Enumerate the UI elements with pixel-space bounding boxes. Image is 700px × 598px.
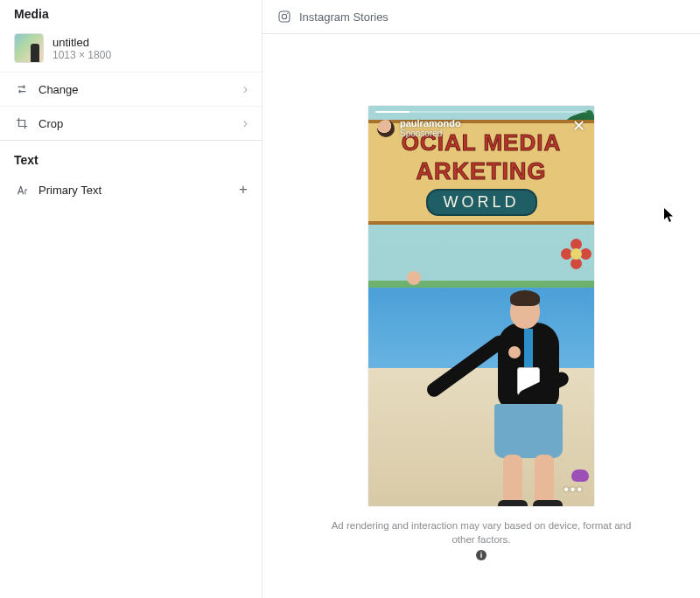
story-preview[interactable]: OCIAL MEDIA ARKETING WORLD bbox=[368, 106, 594, 506]
chevron-right-icon: › bbox=[243, 81, 248, 97]
instagram-icon bbox=[276, 9, 292, 24]
text-icon bbox=[14, 182, 30, 198]
plus-icon: + bbox=[239, 181, 248, 198]
info-icon[interactable]: i bbox=[476, 550, 486, 560]
avatar bbox=[377, 120, 395, 137]
text-header: Text bbox=[0, 141, 262, 172]
text-section: Text Primary Text + bbox=[0, 141, 262, 207]
crop-label: Crop bbox=[38, 117, 234, 130]
preview-pane: Instagram Stories OCIAL MEDIA ARKETING W… bbox=[262, 0, 700, 598]
preview-header: Instagram Stories bbox=[262, 0, 700, 34]
story-username: paulramondo bbox=[400, 118, 461, 129]
disclaimer-text: Ad rendering and interaction may vary ba… bbox=[324, 518, 639, 546]
change-label: Change bbox=[38, 83, 234, 96]
media-title: untitled bbox=[52, 36, 111, 49]
media-dimensions: 1013 × 1800 bbox=[52, 49, 111, 61]
media-item[interactable]: untitled 1013 × 1800 bbox=[0, 26, 262, 72]
svg-point-2 bbox=[287, 13, 288, 14]
sign-line2: ARKETING bbox=[416, 158, 547, 185]
story-sponsored-label: Sponsored bbox=[400, 129, 461, 138]
sign-ribbon: WORLD bbox=[426, 189, 537, 216]
person-illustration bbox=[452, 248, 584, 506]
more-icon[interactable]: ••• bbox=[564, 482, 584, 497]
crop-icon bbox=[14, 115, 30, 131]
media-thumbnail bbox=[14, 33, 44, 63]
preview-disclaimer: Ad rendering and interaction may vary ba… bbox=[324, 518, 639, 560]
story-user-row[interactable]: paulramondo Sponsored bbox=[377, 118, 461, 138]
story-progress-bar bbox=[375, 111, 587, 113]
change-media-button[interactable]: Change › bbox=[0, 72, 262, 106]
media-section: Media untitled 1013 × 1800 Change › bbox=[0, 0, 262, 141]
primary-text-button[interactable]: Primary Text + bbox=[0, 172, 262, 207]
chevron-right-icon: › bbox=[243, 115, 248, 131]
svg-point-1 bbox=[282, 14, 286, 18]
preview-body: OCIAL MEDIA ARKETING WORLD bbox=[262, 34, 700, 598]
media-header: Media bbox=[0, 0, 262, 26]
svg-rect-0 bbox=[279, 11, 290, 22]
media-meta: untitled 1013 × 1800 bbox=[52, 36, 111, 61]
close-icon[interactable]: ✕ bbox=[572, 118, 585, 134]
primary-text-label: Primary Text bbox=[38, 184, 230, 197]
swap-icon bbox=[14, 81, 30, 97]
preview-header-label: Instagram Stories bbox=[299, 10, 388, 24]
crop-media-button[interactable]: Crop › bbox=[0, 106, 262, 140]
sidebar: Media untitled 1013 × 1800 Change › bbox=[0, 0, 262, 598]
